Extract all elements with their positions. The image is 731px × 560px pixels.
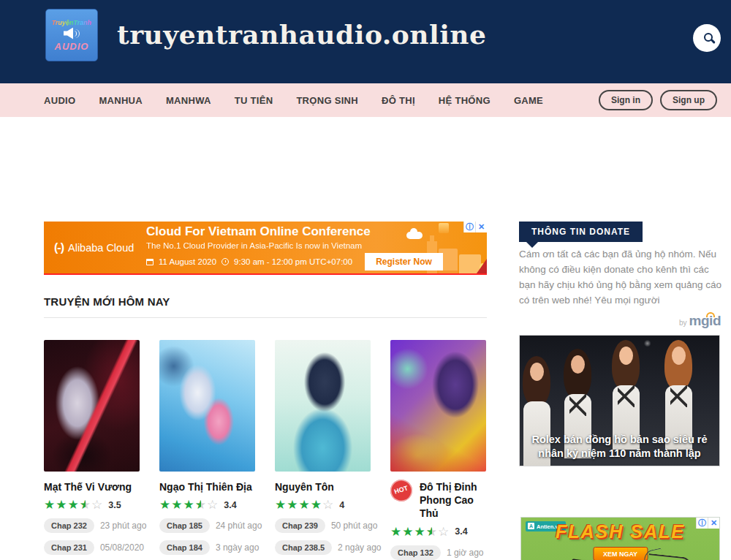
comic-cover[interactable] xyxy=(275,340,371,472)
rating-stars: ★★★★★☆ 3.4 xyxy=(390,526,486,538)
native-ad-caption: Rolex bán đồng hồ bản sao siêu rẻ nhân k… xyxy=(524,433,715,461)
comic-title[interactable]: Mạt Thế Vi Vương xyxy=(44,480,140,493)
ad-close-icon[interactable]: ✕ xyxy=(475,222,487,232)
chapter-link[interactable]: Chap 184 xyxy=(159,540,210,555)
comic-card: Ngạo Thị Thiên Địa ★★★★★☆ 3.4 Chap 185 2… xyxy=(159,340,255,560)
calendar-icon xyxy=(146,259,154,265)
nav-item-manhwa[interactable]: MANHWA xyxy=(166,95,211,106)
comic-card: Mạt Thế Vi Vương ★★★★★☆ 3.5 Chap 232 23 … xyxy=(44,340,140,560)
register-now-button[interactable]: Register Now xyxy=(365,253,443,270)
auth-buttons: Sign in Sign up xyxy=(599,90,717,110)
chapter-link[interactable]: Chap 238.5 xyxy=(275,540,332,555)
mgid-logo: mgid xyxy=(689,313,721,328)
chapter-time: 3 ngày ago xyxy=(216,542,259,553)
nav-item-manhua[interactable]: MANHUA xyxy=(99,95,143,106)
comic-card: HOT Đô Thị Đỉnh Phong Cao Thủ ★★★★★☆ 3.4… xyxy=(390,340,486,560)
search-button[interactable] xyxy=(693,24,721,52)
rating-stars: ★★★★★☆ 3.5 xyxy=(44,499,140,511)
rating-value: 3.4 xyxy=(224,500,236,510)
site-title[interactable]: truyentranhaudio.online xyxy=(117,19,486,50)
search-icon xyxy=(704,33,713,42)
rating-value: 3.4 xyxy=(455,526,467,537)
ad-info-icon[interactable]: ⓘ xyxy=(463,222,475,232)
chapter-time: 50 phút ago xyxy=(331,521,377,531)
chapter-row: Chap 239 50 phút ago xyxy=(275,518,371,533)
chapter-link[interactable]: Chap 239 xyxy=(275,518,325,533)
section-divider xyxy=(44,317,487,318)
chapter-row: Chap 184 3 ngày ago xyxy=(159,540,255,555)
section-title-new-today: TRUYỆN MỚI HÔM NAY xyxy=(44,295,170,308)
ad-close-icon[interactable]: ✕ xyxy=(708,518,719,529)
banner-ad-title: Cloud For Vietnam Online Conference xyxy=(146,224,443,239)
nav-item-tu-tien[interactable]: TU TIÊN xyxy=(235,95,273,106)
main-nav: AUDIO MANHUA MANHWA TU TIÊN TRỌNG SINH Đ… xyxy=(0,83,731,117)
chapter-row: Chap 231 05/08/2020 xyxy=(44,540,140,555)
logo-text-top: TruyệnTranh xyxy=(52,19,92,26)
site-header: TruyệnTranh AUDIO truyentranhaudio.onlin… xyxy=(0,0,731,83)
comic-cover[interactable] xyxy=(159,340,255,472)
nav-item-he-thong[interactable]: HỆ THỐNG xyxy=(439,95,491,106)
hot-badge: HOT xyxy=(387,477,415,504)
chapter-row: Chap 232 23 phút ago xyxy=(44,518,140,533)
donate-text: Cám ơn tất cả các bạn đã ủng hộ nhóm. Nế… xyxy=(519,247,725,309)
comic-title[interactable]: Ngạo Thị Thiên Địa xyxy=(159,480,255,493)
comic-card-list: Mạt Thế Vi Vương ★★★★★☆ 3.5 Chap 232 23 … xyxy=(44,340,491,560)
banner-ad-subtitle: The No.1 Cloud Provider in Asia-Pacific … xyxy=(146,241,443,250)
nav-item-audio[interactable]: AUDIO xyxy=(44,95,75,106)
chapter-link[interactable]: Chap 132 xyxy=(390,545,441,560)
chapter-time: 23 phút ago xyxy=(100,521,146,531)
flash-sale-ad[interactable]: Antien.vn FLASH SALE XEM NGAY ⓘ ✕ xyxy=(520,517,720,560)
banner-ad[interactable]: (-) Alibaba Cloud Cloud For Vietnam Onli… xyxy=(44,222,487,275)
donate-ribbon: THÔNG TIN DONATE xyxy=(519,222,643,242)
alibaba-bracket-icon: (-) xyxy=(54,241,64,254)
chapter-row: Chap 132 1 giờ ago xyxy=(390,545,486,560)
rating-stars: ★★★★★☆ 3.4 xyxy=(159,499,255,511)
speaker-icon xyxy=(64,28,80,39)
rating-value: 3.5 xyxy=(108,500,121,510)
logo-text-audio: AUDIO xyxy=(55,41,89,52)
xem-ngay-button[interactable]: XEM NGAY xyxy=(593,547,648,560)
comic-title[interactable]: HOT Đô Thị Đỉnh Phong Cao Thủ xyxy=(390,480,486,521)
comic-cover[interactable] xyxy=(390,340,486,472)
nav-item-game[interactable]: GAME xyxy=(514,95,543,106)
sign-in-button[interactable]: Sign in xyxy=(599,90,653,110)
chapter-time: 2 ngày ago xyxy=(338,542,381,553)
mgid-attribution[interactable]: bymgid xyxy=(519,313,721,329)
chapter-row: Chap 238.5 2 ngày ago xyxy=(275,540,371,555)
comic-title[interactable]: Nguyên Tôn xyxy=(275,480,371,493)
chapter-link[interactable]: Chap 231 xyxy=(44,540,94,555)
comic-card: Nguyên Tôn ★★★★☆ 4 Chap 239 50 phút ago … xyxy=(275,340,371,560)
rating-stars: ★★★★☆ 4 xyxy=(275,499,371,511)
nav-item-do-thi[interactable]: ĐÔ THỊ xyxy=(382,95,415,106)
ad-info-icon[interactable]: ⓘ xyxy=(696,518,708,529)
chapter-time: 24 phút ago xyxy=(216,521,262,531)
rating-value: 4 xyxy=(339,500,344,510)
site-logo[interactable]: TruyệnTranh AUDIO xyxy=(45,9,98,61)
chapter-time: 05/08/2020 xyxy=(100,542,144,553)
selfie-stick-image xyxy=(647,553,693,560)
sign-up-button[interactable]: Sign up xyxy=(660,90,717,110)
alibaba-cloud-logo: (-) Alibaba Cloud xyxy=(54,241,140,254)
chapter-time: 1 giờ ago xyxy=(447,548,484,558)
chapter-link[interactable]: Chap 232 xyxy=(44,518,94,533)
chapter-link[interactable]: Chap 185 xyxy=(159,518,210,533)
clock-icon xyxy=(221,258,229,265)
flash-sale-title: FLASH SALE xyxy=(521,521,719,542)
banner-ad-date: 11 August 2020 xyxy=(159,257,216,266)
banner-ad-copy: Cloud For Vietnam Online Conference The … xyxy=(146,224,443,270)
nav-item-trong-sinh[interactable]: TRỌNG SINH xyxy=(296,95,358,106)
native-ad[interactable]: Rolex bán đồng hồ bản sao siêu rẻ nhân k… xyxy=(519,335,720,466)
banner-ad-time: 9:30 am - 12:00 pm UTC+07:00 xyxy=(234,257,352,266)
nav-items: AUDIO MANHUA MANHWA TU TIÊN TRỌNG SINH Đ… xyxy=(44,95,543,106)
comic-cover[interactable] xyxy=(44,340,140,472)
chapter-row: Chap 185 24 phút ago xyxy=(159,518,255,533)
